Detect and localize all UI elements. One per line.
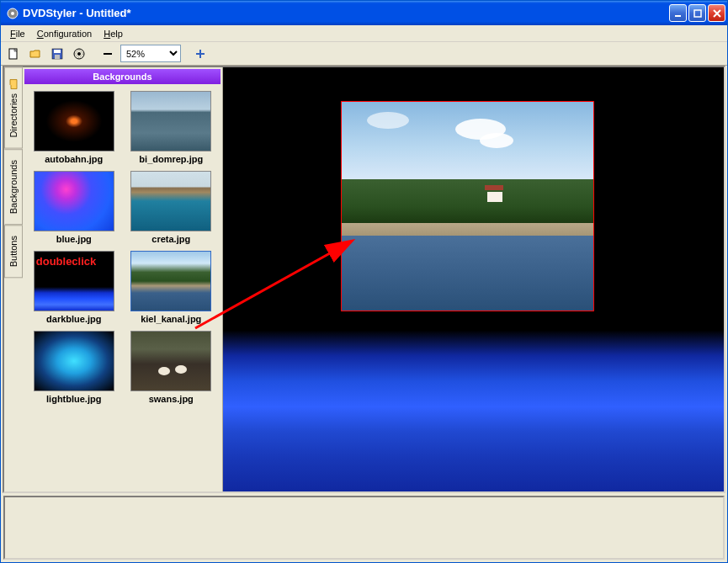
thumbnail-item[interactable]: lightblue.jpg — [28, 331, 120, 404]
save-button[interactable] — [48, 45, 66, 63]
svg-rect-7 — [55, 55, 60, 59]
menu-configuration[interactable]: Configuration — [31, 27, 98, 40]
svg-rect-2 — [675, 15, 681, 17]
panel-header: Backgrounds — [24, 69, 221, 84]
tab-backgrounds[interactable]: Backgrounds — [4, 149, 23, 225]
menubar: File Configuration Help — [1, 25, 727, 42]
preview-canvas[interactable] — [223, 67, 724, 491]
application-window: DVDStyler - Untitled* File Configuration… — [0, 0, 728, 563]
svg-rect-3 — [694, 10, 701, 17]
dropped-image-frame[interactable] — [341, 101, 594, 311]
thumbnail-image[interactable] — [130, 171, 211, 231]
zoom-select[interactable]: 52% — [120, 45, 181, 62]
svg-rect-6 — [54, 50, 61, 53]
minimize-button[interactable] — [669, 4, 687, 22]
thumbnail-caption: kiel_kanal.jpg — [141, 314, 201, 324]
menu-file[interactable]: File — [4, 27, 31, 40]
app-icon — [6, 7, 19, 20]
thumbnail-caption: autobahn.jpg — [45, 154, 103, 164]
thumbnail-caption: lightblue.jpg — [46, 394, 101, 404]
thumbnail-item[interactable]: blue.jpg — [28, 171, 120, 244]
thumbnail-item[interactable]: swans.jpg — [125, 331, 218, 404]
backgrounds-panel: Backgrounds autobahn.jpgbi_domrep.jpgblu… — [23, 67, 223, 491]
svg-point-9 — [77, 52, 81, 56]
svg-point-1 — [11, 12, 14, 15]
doubleclick-hint: doubleclick — [36, 255, 97, 268]
folder-icon — [8, 78, 19, 90]
new-button[interactable] — [4, 45, 23, 63]
tab-buttons[interactable]: Buttons — [4, 225, 23, 278]
svg-rect-13 — [199, 50, 201, 58]
timeline-panel[interactable] — [3, 496, 725, 560]
thumbnail-image[interactable] — [34, 171, 114, 231]
open-button[interactable] — [26, 45, 45, 63]
thumbnail-grid: autobahn.jpgbi_domrep.jpgblue.jpgcreta.j… — [23, 84, 222, 411]
menu-help[interactable]: Help — [98, 27, 129, 40]
thumbnail-image[interactable] — [34, 91, 114, 151]
thumbnail-image[interactable] — [130, 331, 211, 391]
thumbnail-image[interactable]: doubleclick — [34, 251, 114, 311]
thumbnail-caption: darkblue.jpg — [46, 314, 101, 324]
thumbnail-caption: blue.jpg — [56, 234, 92, 244]
thumbnail-caption: creta.jpg — [151, 234, 190, 244]
maximize-button[interactable] — [688, 4, 706, 22]
zoom-in-button[interactable] — [191, 45, 210, 63]
zoom-out-button[interactable] — [98, 45, 117, 63]
thumbnail-image[interactable] — [130, 251, 211, 311]
thumbnail-item[interactable]: bi_domrep.jpg — [125, 91, 218, 164]
thumbnail-caption: bi_domrep.jpg — [139, 154, 203, 164]
svg-rect-11 — [104, 53, 112, 55]
close-button[interactable] — [708, 4, 725, 22]
content-area: Directories Backgrounds Buttons Backgrou… — [3, 66, 725, 493]
thumbnail-item[interactable]: creta.jpg — [125, 171, 218, 244]
thumbnail-item[interactable]: kiel_kanal.jpg — [125, 251, 218, 324]
burn-button[interactable] — [70, 45, 88, 63]
thumbnail-image[interactable] — [34, 331, 114, 391]
thumbnail-image[interactable] — [130, 91, 211, 151]
thumbnail-item[interactable]: autobahn.jpg — [28, 91, 120, 164]
titlebar[interactable]: DVDStyler - Untitled* — [1, 1, 727, 25]
toolbar: 52% — [1, 42, 727, 66]
thumbnail-caption: swans.jpg — [149, 394, 194, 404]
tab-directories[interactable]: Directories — [4, 67, 23, 149]
titlebar-text: DVDStyler - Untitled* — [23, 7, 669, 19]
side-tabs: Directories Backgrounds Buttons — [4, 67, 23, 491]
thumbnail-item[interactable]: doubleclickdarkblue.jpg — [28, 251, 120, 324]
